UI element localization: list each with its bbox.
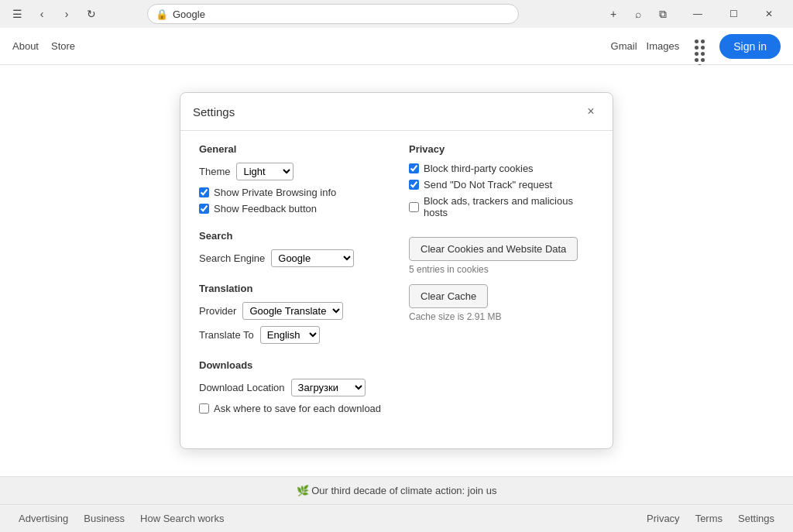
address-text: Google — [173, 9, 205, 20]
maximize-button[interactable]: ☐ — [716, 0, 751, 28]
dialog-title: Settings — [193, 105, 235, 118]
apps-grid-icon[interactable] — [688, 36, 710, 57]
titlebar-actions: + ⌕ ⧉ — [602, 3, 674, 25]
block-ads-row: Block ads, trackers and malicious hosts — [409, 195, 594, 218]
dialog-body: General Theme Light Dark System Show Pri — [180, 131, 613, 448]
do-not-track-row: Send "Do Not Track" request — [409, 179, 594, 190]
cache-info: Cache size is 2.91 MB — [409, 311, 594, 322]
translate-to-label: Translate To — [199, 329, 254, 341]
dialog-header: Settings × — [180, 93, 613, 131]
general-section-title: General — [199, 143, 384, 155]
feedback-button-row: Show Feedback button — [199, 203, 384, 215]
footer-links: Advertising Business How Search works Pr… — [0, 505, 793, 532]
about-link[interactable]: About — [12, 40, 39, 52]
privacy-section-title: Privacy — [409, 143, 594, 155]
general-section: General Theme Light Dark System Show Pri — [199, 143, 384, 215]
titlebar: ☰ ‹ › ↻ 🔒 Google + ⌕ ⧉ — ☐ ✕ — [0, 0, 793, 28]
settings-left-column: General Theme Light Dark System Show Pri — [199, 143, 384, 430]
translation-section-title: Translation — [199, 283, 384, 294]
ask-where-checkbox[interactable] — [199, 403, 209, 414]
search-engine-row: Search Engine Google Bing DuckDuckGo — [199, 249, 384, 267]
page-area: Settings × General Theme Light Dark — [0, 65, 793, 476]
theme-select[interactable]: Light Dark System — [236, 163, 294, 180]
block-third-party-checkbox[interactable] — [409, 163, 419, 173]
feedback-button-checkbox[interactable] — [199, 204, 209, 214]
download-location-select[interactable]: Загрузки Desktop Documents — [291, 379, 366, 396]
feedback-button-label: Show Feedback button — [214, 203, 317, 215]
dialog-close-button[interactable]: × — [582, 102, 600, 121]
footer-links-right: Privacy Terms Settings — [647, 513, 774, 524]
downloads-section: Downloads Download Location Загрузки Des… — [199, 359, 384, 414]
address-bar[interactable]: 🔒 Google — [147, 4, 519, 24]
search-button[interactable]: ⌕ — [627, 3, 649, 25]
privacy-section: Privacy Block third-party cookies Send "… — [409, 143, 594, 322]
browser-toolbar: About Store Gmail Images Sign in — [0, 28, 793, 65]
tabs-overview-button[interactable]: ⧉ — [652, 3, 674, 25]
main-content: Settings × General Theme Light Dark — [0, 65, 793, 476]
provider-row: Provider Google Translate Bing Translato… — [199, 302, 384, 320]
leaf-icon: 🌿 — [297, 485, 309, 496]
grid-dot — [701, 46, 705, 50]
block-ads-checkbox[interactable] — [409, 202, 419, 212]
translate-to-row: Translate To English Spanish French Germ… — [199, 326, 384, 344]
clear-cookies-button[interactable]: Clear Cookies and Website Data — [409, 237, 578, 261]
search-section-title: Search — [199, 230, 384, 242]
do-not-track-label: Send "Do Not Track" request — [424, 179, 552, 190]
terms-link[interactable]: Terms — [695, 513, 723, 524]
grid-dot — [701, 39, 705, 43]
block-third-party-label: Block third-party cookies — [424, 163, 534, 174]
window-controls: — ☐ ✕ — [680, 0, 787, 28]
hamburger-menu-button[interactable]: ☰ — [6, 3, 28, 25]
settings-right-column: Privacy Block third-party cookies Send "… — [409, 143, 594, 430]
grid-dot — [701, 58, 705, 62]
grid-dot — [695, 39, 699, 43]
block-ads-label: Block ads, trackers and malicious hosts — [424, 195, 594, 218]
search-engine-select[interactable]: Google Bing DuckDuckGo — [271, 249, 354, 267]
downloads-section-title: Downloads — [199, 359, 384, 371]
gmail-link[interactable]: Gmail — [611, 40, 637, 52]
do-not-track-checkbox[interactable] — [409, 180, 419, 190]
translate-to-select[interactable]: English Spanish French German Russian — [260, 326, 320, 344]
download-location-row: Download Location Загрузки Desktop Docum… — [199, 379, 384, 396]
advertising-link[interactable]: Advertising — [19, 513, 68, 524]
private-browsing-checkbox[interactable] — [199, 187, 209, 197]
close-button[interactable]: ✕ — [751, 0, 787, 28]
images-link[interactable]: Images — [647, 40, 680, 52]
new-tab-button[interactable]: + — [602, 3, 624, 25]
provider-label: Provider — [199, 305, 236, 317]
grid-dot — [701, 52, 705, 56]
signin-button[interactable]: Sign in — [719, 34, 781, 59]
footer-banner: 🌿 Our third decade of climate action: jo… — [0, 477, 793, 505]
grid-dot — [695, 58, 699, 62]
reload-button[interactable]: ↻ — [81, 3, 102, 25]
nav-buttons: ☰ ‹ › ↻ — [6, 3, 102, 25]
theme-label: Theme — [199, 166, 230, 177]
clear-cache-button[interactable]: Clear Cache — [409, 284, 488, 308]
grid-dot — [695, 52, 699, 56]
minimize-button[interactable]: — — [680, 0, 716, 28]
private-browsing-label: Show Private Browsing info — [214, 187, 336, 198]
footer: 🌿 Our third decade of climate action: jo… — [0, 476, 793, 532]
search-section: Search Search Engine Google Bing DuckDuc… — [199, 230, 384, 267]
toolbar-left: About Store — [12, 40, 75, 52]
footer-links-left: Advertising Business How Search works — [19, 513, 224, 524]
search-engine-label: Search Engine — [199, 252, 265, 264]
block-third-party-row: Block third-party cookies — [409, 163, 594, 174]
settings-dialog: Settings × General Theme Light Dark — [180, 92, 613, 449]
privacy-link[interactable]: Privacy — [647, 513, 680, 524]
ask-where-row: Ask where to save for each download — [199, 403, 384, 414]
grid-dot — [695, 46, 699, 50]
lock-icon: 🔒 — [156, 9, 168, 20]
provider-select[interactable]: Google Translate Bing Translator — [242, 302, 343, 320]
back-button[interactable]: ‹ — [31, 3, 53, 25]
ask-where-label: Ask where to save for each download — [214, 403, 381, 414]
translation-section: Translation Provider Google Translate Bi… — [199, 283, 384, 344]
forward-button[interactable]: › — [56, 3, 77, 25]
toolbar-right: Gmail Images Sign in — [611, 34, 781, 59]
business-link[interactable]: Business — [84, 513, 125, 524]
store-link[interactable]: Store — [51, 40, 75, 52]
private-browsing-row: Show Private Browsing info — [199, 187, 384, 198]
settings-link[interactable]: Settings — [738, 513, 774, 524]
theme-row: Theme Light Dark System — [199, 163, 384, 180]
how-search-works-link[interactable]: How Search works — [140, 513, 224, 524]
